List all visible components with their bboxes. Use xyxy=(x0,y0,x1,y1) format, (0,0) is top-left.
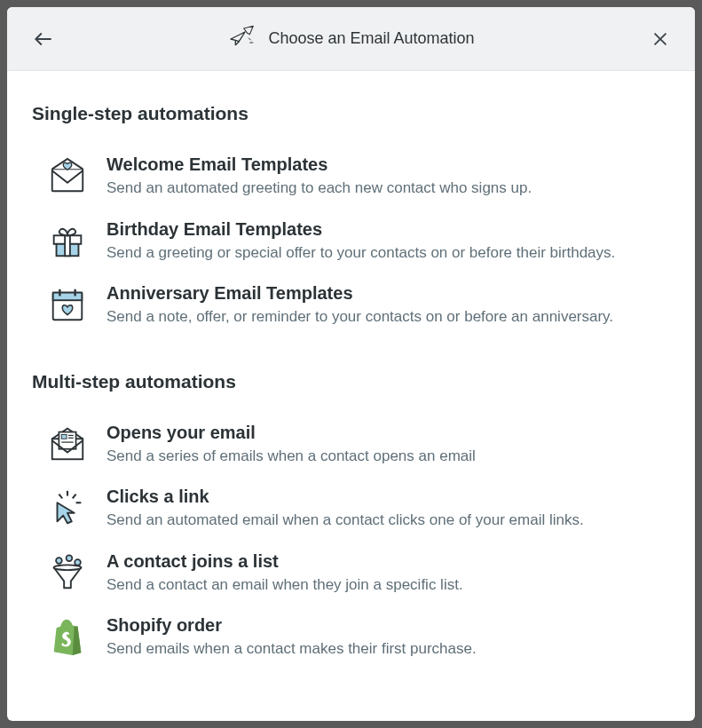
svg-rect-5 xyxy=(52,169,83,191)
modal-title: Choose an Email Automation xyxy=(268,29,474,48)
item-text: Birthday Email Templates Send a greeting… xyxy=(106,219,670,265)
item-desc: Send a note, offer, or reminder to your … xyxy=(106,305,670,328)
section-multi-step: Multi-step automations Opens xyxy=(32,371,670,666)
automation-opens-email[interactable]: Opens your email Send a series of emails… xyxy=(32,417,670,473)
section-single-step: Single-step automations Welcome Email Te… xyxy=(32,103,670,334)
header-center: Choose an Email Automation xyxy=(28,25,674,53)
item-title: Opens your email xyxy=(106,423,670,443)
item-text: Opens your email Send a series of emails… xyxy=(106,423,670,468)
item-title: Birthday Email Templates xyxy=(106,219,670,240)
shopify-icon xyxy=(46,615,89,658)
item-desc: Send emails when a contact makes their f… xyxy=(106,637,670,661)
svg-rect-15 xyxy=(61,434,67,439)
svg-point-26 xyxy=(54,565,82,570)
section-title: Multi-step automations xyxy=(32,371,670,392)
automation-shopify-order[interactable]: Shopify order Send emails when a contact… xyxy=(32,610,670,666)
item-desc: Send a contact an email when they join a… xyxy=(106,574,670,597)
item-title: Shopify order xyxy=(106,615,670,636)
item-title: A contact joins a list xyxy=(106,551,670,572)
item-desc: Send an automated email when a contact c… xyxy=(106,509,670,532)
automation-anniversary[interactable]: Anniversary Email Templates Send a note,… xyxy=(32,278,670,334)
item-text: Anniversary Email Templates Send a note,… xyxy=(106,283,670,328)
item-title: Anniversary Email Templates xyxy=(106,283,670,304)
svg-point-23 xyxy=(56,558,62,564)
modal: Choose an Email Automation Single-step a… xyxy=(7,7,695,721)
svg-rect-8 xyxy=(65,235,70,256)
item-title: Welcome Email Templates xyxy=(106,154,670,175)
automation-clicks-link[interactable]: Clicks a link Send an automated email wh… xyxy=(32,481,670,537)
envelope-heart-icon xyxy=(46,154,89,197)
automation-joins-list[interactable]: A contact joins a list Send a contact an… xyxy=(32,546,670,602)
svg-line-22 xyxy=(59,495,62,499)
calendar-heart-icon xyxy=(46,283,89,326)
arrow-left-icon xyxy=(32,28,55,51)
envelope-open-icon xyxy=(46,423,89,465)
cursor-click-icon xyxy=(46,487,89,529)
section-title: Single-step automations xyxy=(32,103,670,124)
item-text: Clicks a link Send an automated email wh… xyxy=(106,487,670,532)
modal-content: Single-step automations Welcome Email Te… xyxy=(7,71,695,721)
close-icon xyxy=(651,29,670,49)
item-desc: Send an automated greeting to each new c… xyxy=(106,177,670,200)
item-desc: Send a greeting or special offer to your… xyxy=(106,241,670,265)
svg-line-20 xyxy=(73,495,76,499)
automation-welcome[interactable]: Welcome Email Templates Send an automate… xyxy=(32,149,670,205)
item-text: Shopify order Send emails when a contact… xyxy=(106,615,670,661)
svg-rect-10 xyxy=(53,293,83,301)
item-desc: Send a series of emails when a contact o… xyxy=(106,445,670,468)
automation-birthday[interactable]: Birthday Email Templates Send a greeting… xyxy=(32,214,670,270)
svg-point-24 xyxy=(67,555,73,561)
funnel-icon xyxy=(46,551,89,594)
item-text: Welcome Email Templates Send an automate… xyxy=(106,154,670,200)
item-title: Clicks a link xyxy=(106,487,670,507)
close-button[interactable] xyxy=(651,29,670,49)
back-button[interactable] xyxy=(32,28,55,51)
svg-point-25 xyxy=(75,559,81,566)
gift-icon xyxy=(46,219,89,262)
modal-header: Choose an Email Automation xyxy=(7,7,695,71)
item-text: A contact joins a list Send a contact an… xyxy=(106,551,670,597)
paper-plane-icon xyxy=(227,25,256,53)
svg-line-1 xyxy=(248,37,251,40)
